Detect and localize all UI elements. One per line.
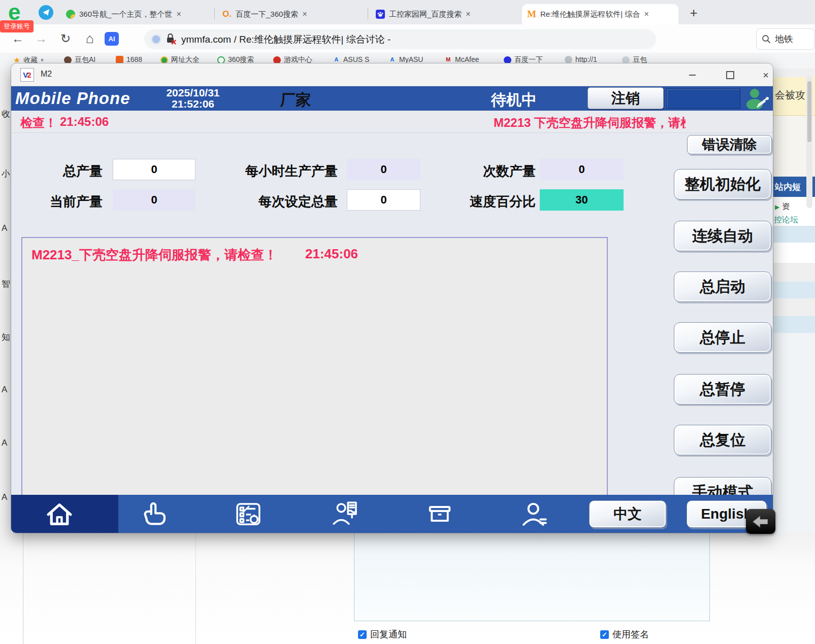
new-tab-button[interactable]: +	[687, 5, 701, 21]
page-left-edge: 收 小 A 智 知 A A A	[0, 69, 11, 533]
reply-notify-checkbox[interactable]: ✓ 回复通知	[358, 628, 407, 640]
page-text-fragment: 小	[2, 168, 10, 180]
browser-tab-strip: e 360导航_一个主页，整个世 × O. 百度一下_360搜索 × 工控家园网…	[0, 0, 815, 24]
speed-percent-value[interactable]: 30	[540, 189, 624, 211]
reload-icon[interactable]: ↻	[57, 29, 74, 48]
favicon	[504, 56, 511, 64]
ai-assistant-icon[interactable]: AI	[105, 32, 119, 46]
bookmark-mcafee[interactable]: MMcAfee	[444, 55, 479, 63]
logout-button[interactable]: 注销	[588, 87, 664, 109]
site-status-icon	[152, 36, 160, 43]
language-chinese-button[interactable]: 中文	[589, 500, 666, 528]
bookmark-1688[interactable]: 1688	[116, 55, 142, 63]
maximize-button[interactable]	[719, 67, 742, 83]
home-icon[interactable]: ⌂	[81, 29, 99, 48]
address-bar[interactable]: ymmfa.com / Re:维伦触摸屏远程软件| 综合讨论 -	[144, 29, 656, 49]
tab-favicon-360nav	[66, 10, 75, 19]
browser-search-box[interactable]: 地铁	[756, 28, 815, 50]
tab-label: Re:维伦触摸屏远程软件| 综合	[540, 10, 640, 19]
ticker-prefix: 检查！	[20, 115, 57, 131]
page-text-fragment: 知	[2, 331, 10, 343]
master-reset-button[interactable]: 总复位	[674, 425, 771, 455]
telegram-icon[interactable]	[39, 5, 53, 20]
favicon	[622, 56, 630, 64]
tab-gongkong[interactable]: 工控家园网_百度搜索 ×	[371, 4, 519, 24]
tab-close-icon[interactable]: ×	[644, 10, 648, 19]
home-icon[interactable]	[45, 499, 74, 529]
page-text-fragment: A	[2, 492, 7, 502]
machine-init-button[interactable]: 整机初始化	[674, 169, 771, 199]
viewer-back-button[interactable]	[746, 509, 775, 534]
tab-close-icon[interactable]: ×	[302, 10, 307, 19]
manual-hand-icon[interactable]	[139, 499, 168, 529]
page-text-fragment: 收	[2, 108, 10, 120]
user-field-box[interactable]	[666, 88, 740, 109]
search-text: 地铁	[775, 33, 793, 45]
page-scrollbar-thumb[interactable]	[807, 81, 811, 142]
ticker-time: 21:45:06	[60, 115, 109, 129]
alarm-list[interactable]: M2213_下壳空盘升降伺服报警，请检查！ 21:45:06	[21, 237, 608, 514]
field-label: 速度百分比	[454, 193, 536, 211]
set-total-value[interactable]: 0	[347, 189, 420, 211]
bookmark-label: http://1	[575, 55, 597, 63]
favicon	[273, 56, 281, 64]
bookmark-myasus[interactable]: AMyASU	[388, 55, 423, 63]
page-text-fragment: 智	[2, 278, 10, 290]
operator-record-icon[interactable]	[331, 499, 360, 529]
master-stop-button[interactable]: 总停止	[674, 322, 771, 353]
tab-favicon-360search: O.	[222, 10, 232, 19]
favicon	[217, 56, 225, 64]
back-arrow-icon	[752, 514, 770, 529]
hourly-output-value[interactable]: 0	[347, 159, 420, 180]
caret-icon: ▾	[41, 57, 44, 63]
field-label: 每次设定总量	[206, 193, 338, 211]
page-bg-fragment	[773, 333, 815, 533]
master-pause-button[interactable]: 总暂停	[674, 374, 771, 404]
settings-checklist-icon[interactable]	[234, 499, 263, 529]
hmi-screen: Mobile Phone 2025/10/31 21:52:06 厂家 待机中 …	[11, 86, 773, 533]
tray-box-icon[interactable]	[425, 499, 454, 529]
url-text[interactable]: ymmfa.com / Re:维伦触摸屏远程软件| 综合讨论 -	[181, 33, 390, 46]
tab-360-nav[interactable]: 360导航_一个主页，整个世 ×	[61, 4, 213, 24]
reply-editor-box[interactable]	[354, 533, 710, 621]
page-row	[773, 282, 815, 298]
bookmark-label: McAfee	[455, 55, 479, 63]
tab-baidu-search[interactable]: O. 百度一下_360搜索 ×	[217, 4, 366, 24]
tab-favicon-m: M	[527, 10, 536, 19]
tab-active-ymmfa[interactable]: M Re:维伦触摸屏远程软件| 综合 ×	[522, 4, 678, 24]
page-row	[773, 316, 815, 333]
checkbox-checked-icon[interactable]: ✓	[358, 630, 367, 639]
master-start-button[interactable]: 总启动	[674, 272, 771, 302]
machine-brand: Mobile Phone	[15, 89, 131, 108]
page-link-fragment[interactable]: 控论坛	[773, 215, 815, 225]
close-button[interactable]: ×	[754, 67, 773, 83]
window-title-bar[interactable]: V2 M2 ×	[11, 63, 773, 86]
user-edit-icon[interactable]	[741, 86, 773, 111]
use-signature-checkbox[interactable]: ✓ 使用签名	[600, 628, 649, 640]
favicon	[64, 56, 72, 64]
forward-icon[interactable]: →	[32, 29, 50, 48]
tab-favicon-baidu-paw	[376, 10, 385, 19]
bookmark-http1[interactable]: http://1	[565, 55, 597, 63]
bookmark-asus[interactable]: AASUS S	[333, 55, 369, 63]
ticker-message: M2213 下壳空盘升降伺服报警，请检查！	[494, 115, 686, 131]
lock-icon[interactable]	[165, 32, 176, 47]
hmi-time: 21:52:06	[147, 98, 239, 110]
continuous-auto-button[interactable]: 连续自动	[674, 221, 771, 251]
checkbox-label: 回复通知	[370, 628, 407, 640]
factory-label: 厂家	[280, 90, 311, 111]
checkbox-checked-icon[interactable]: ✓	[600, 630, 609, 639]
user-account-icon[interactable]	[519, 499, 549, 529]
login-account-badge[interactable]: 登录账号	[0, 20, 34, 32]
hmi-date: 2025/10/31	[147, 87, 239, 98]
page-text-fragment: A	[2, 438, 7, 448]
minimize-button[interactable]	[680, 67, 704, 83]
tab-close-icon[interactable]: ×	[176, 10, 181, 19]
alarm-ticker-bar: 检查！ 21:45:06 M2213 下壳空盘升降伺服报警，请检查！	[11, 111, 773, 133]
cycle-count-value[interactable]: 0	[540, 159, 624, 180]
current-output-value[interactable]: 0	[113, 189, 195, 211]
error-clear-button[interactable]: 错误清除	[687, 135, 772, 154]
page-divider	[195, 533, 196, 644]
total-output-value[interactable]: 0	[113, 159, 195, 180]
tab-close-icon[interactable]: ×	[466, 10, 470, 19]
